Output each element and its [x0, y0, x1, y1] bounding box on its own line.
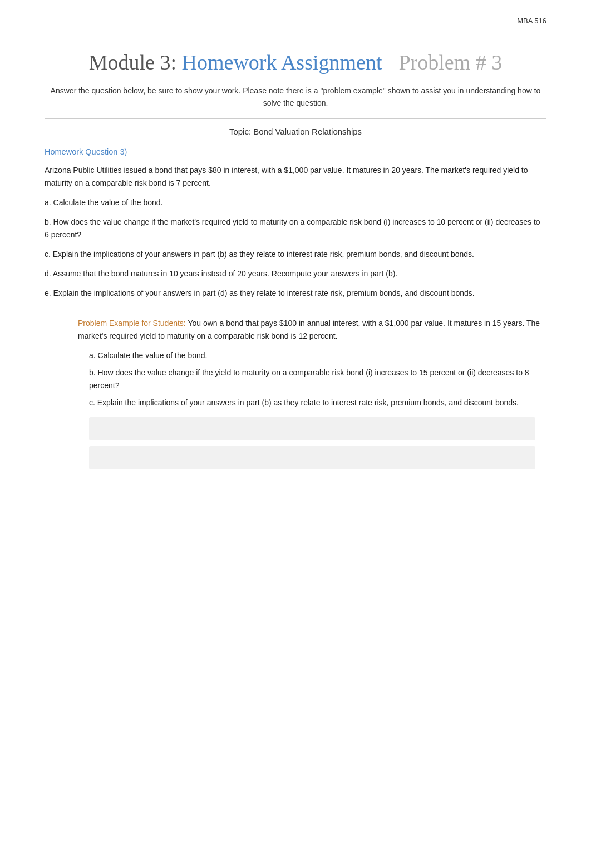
- question-part-d: d. Assume that the bond matures in 10 ye…: [45, 267, 546, 280]
- example-part-c: c. Explain the implications of your answ…: [89, 396, 546, 409]
- example-part-b: b. How does the value change if the yiel…: [89, 366, 546, 392]
- question-part-b: b. How does the value change if the mark…: [45, 216, 546, 241]
- question-body-text: Arizona Public Utilities issued a bond t…: [45, 164, 546, 190]
- blurred-answer-block-1: [89, 417, 535, 440]
- problem-number-title: Problem # 3: [398, 51, 502, 74]
- example-box: Problem Example for Students: You own a …: [78, 317, 546, 470]
- example-part-a: a. Calculate the value of the bond.: [89, 349, 546, 362]
- example-label: Problem Example for Students:: [78, 319, 186, 328]
- homework-question-label: Homework Question 3): [45, 147, 546, 156]
- example-intro-text: Problem Example for Students: You own a …: [78, 317, 546, 343]
- question-part-e: e. Explain the implications of your answ…: [45, 287, 546, 300]
- course-code-label: MBA 516: [517, 17, 546, 25]
- page: MBA 516 Module 3: Homework AssignmentPro…: [0, 0, 591, 868]
- divider-line: [45, 118, 546, 119]
- homework-assignment-title: Homework Assignment: [182, 51, 382, 74]
- question-part-a: a. Calculate the value of the bond.: [45, 196, 546, 209]
- module-prefix: Module 3:: [89, 51, 182, 74]
- topic-label: Topic: Bond Valuation Relationships: [45, 127, 546, 136]
- question-part-c: c. Explain the implications of your answ…: [45, 248, 546, 261]
- blurred-answer-block-2: [89, 446, 535, 469]
- instructions-text: Answer the question below, be sure to sh…: [45, 85, 546, 110]
- title-section: Module 3: Homework AssignmentProblem # 3: [45, 50, 546, 75]
